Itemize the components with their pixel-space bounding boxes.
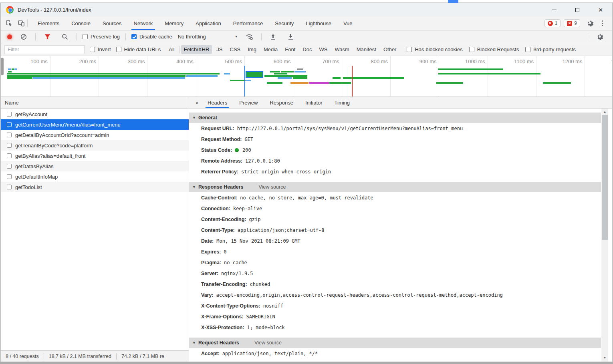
detail-tab-initiator[interactable]: Initiator bbox=[300, 97, 328, 108]
request-row[interactable]: getCurrentUserMenu?menuAlias=front_menu bbox=[1, 119, 189, 130]
header-row: X-Content-Type-Options:nosniff bbox=[189, 300, 601, 311]
filter-type-all[interactable]: All bbox=[166, 45, 177, 54]
close-button[interactable]: × bbox=[589, 3, 612, 16]
console-errors-badge[interactable]: ✕ 1 bbox=[544, 19, 561, 27]
inspect-element-button[interactable] bbox=[3, 16, 15, 30]
overview-grip[interactable] bbox=[1, 58, 4, 75]
request-row[interactable]: getDefaultInfoMap bbox=[1, 171, 189, 182]
divider bbox=[77, 33, 77, 40]
header-value: SAMEORIGIN bbox=[246, 314, 275, 320]
filter-type-font[interactable]: Font bbox=[282, 45, 298, 54]
tab-console[interactable]: Console bbox=[65, 16, 97, 30]
filter-type-ws[interactable]: WS bbox=[316, 45, 330, 54]
waterfall-bar bbox=[270, 71, 280, 72]
detail-tab-preview[interactable]: Preview bbox=[234, 97, 263, 108]
section-header-general[interactable]: ▼General bbox=[189, 113, 601, 123]
header-value: 127.0.0.1:80 bbox=[245, 158, 280, 164]
more-options-button[interactable] bbox=[596, 20, 608, 26]
record-button[interactable] bbox=[7, 34, 12, 39]
filter-type-manifest[interactable]: Manifest bbox=[354, 45, 379, 54]
request-row[interactable]: getDetailByAccountOrId?account=admin bbox=[1, 130, 189, 140]
network-settings-button[interactable] bbox=[594, 30, 606, 43]
section-header-response-headers[interactable]: ▼Response HeadersView source bbox=[189, 182, 601, 192]
tab-security[interactable]: Security bbox=[269, 16, 300, 30]
header-name: Pragma: bbox=[201, 260, 221, 265]
tick-label: 300 ms bbox=[113, 58, 145, 64]
detail-tab-headers[interactable]: Headers bbox=[202, 97, 232, 108]
filter-input[interactable] bbox=[4, 45, 85, 54]
detail-scrollbar[interactable]: ▲ ▼ bbox=[601, 109, 608, 362]
device-toolbar-button[interactable] bbox=[15, 16, 27, 30]
request-row[interactable]: getByAlias?alias=default_front bbox=[1, 151, 189, 161]
filter-blocked-requests-checkbox[interactable]: Blocked Requests bbox=[469, 46, 519, 52]
filter-has-blocked-cookies-checkbox[interactable]: Has blocked cookies bbox=[407, 46, 462, 52]
clear-button[interactable] bbox=[18, 30, 30, 43]
filter-type-img[interactable]: Img bbox=[245, 45, 259, 54]
waterfall-bar bbox=[436, 82, 463, 84]
request-row[interactable]: getDatasByAlias bbox=[1, 161, 189, 171]
invert-checkbox[interactable]: Invert bbox=[90, 46, 111, 52]
settings-button[interactable] bbox=[584, 20, 596, 27]
maximize-button[interactable] bbox=[566, 3, 589, 16]
close-detail-button[interactable]: × bbox=[192, 99, 202, 106]
filter-type-doc[interactable]: Doc bbox=[300, 45, 315, 54]
disable-cache-checkbox[interactable]: Disable cache bbox=[131, 34, 172, 40]
request-row[interactable]: getTodoList bbox=[1, 182, 189, 192]
tab-lighthouse[interactable]: Lighthouse bbox=[300, 16, 337, 30]
detail-tab-timing[interactable]: Timing bbox=[329, 97, 355, 108]
name-column-header[interactable]: Name bbox=[1, 97, 189, 109]
preserve-log-checkbox[interactable]: Preserve log bbox=[83, 34, 120, 40]
issues-badge[interactable]: ✕ 9 bbox=[564, 19, 580, 27]
search-button[interactable] bbox=[59, 30, 71, 43]
hide-data-urls-checkbox[interactable]: Hide data URLs bbox=[116, 46, 161, 52]
domcontentloaded-line bbox=[244, 66, 245, 97]
header-row: Date:Mon, 15 Nov 2021 08:21:09 GMT bbox=[189, 235, 601, 246]
timeline-overview[interactable]: 100 ms200 ms300 ms400 ms500 ms600 ms700 … bbox=[1, 56, 612, 97]
tab-vue[interactable]: Vue bbox=[337, 16, 359, 30]
tab-memory[interactable]: Memory bbox=[159, 16, 190, 30]
view-source-link[interactable]: View source bbox=[254, 340, 282, 346]
header-row: Request URL:http://127.0.0.1/portal/sys/… bbox=[189, 123, 601, 134]
minimize-button[interactable] bbox=[542, 3, 566, 16]
export-har-button[interactable] bbox=[285, 30, 297, 43]
header-row: Connection:keep-alive bbox=[189, 203, 601, 214]
import-har-button[interactable] bbox=[267, 30, 279, 43]
detail-tab-response[interactable]: Response bbox=[264, 97, 298, 108]
request-checkbox[interactable] bbox=[7, 143, 12, 148]
request-checkbox[interactable] bbox=[7, 153, 12, 158]
divider bbox=[27, 20, 28, 27]
filter-type-other[interactable]: Other bbox=[381, 45, 399, 54]
scroll-down-arrow-icon[interactable]: ▼ bbox=[601, 355, 608, 361]
devtools-window: DevTools - 127.0.0.1/front/index × bbox=[0, 3, 613, 362]
request-checkbox[interactable] bbox=[7, 185, 12, 189]
request-checkbox[interactable] bbox=[7, 174, 12, 179]
scrollbar-thumb[interactable] bbox=[602, 115, 608, 240]
has-blocked-cookies-label: Has blocked cookies bbox=[415, 46, 462, 52]
network-conditions-button[interactable] bbox=[244, 30, 256, 43]
request-checkbox[interactable] bbox=[7, 133, 12, 137]
tab-network[interactable]: Network bbox=[128, 16, 159, 30]
filter-toggle-button[interactable] bbox=[41, 30, 53, 43]
waterfall-bar bbox=[14, 68, 17, 70]
filter-type-css[interactable]: CSS bbox=[227, 45, 244, 54]
view-source-link[interactable]: View source bbox=[258, 184, 286, 190]
request-checkbox[interactable] bbox=[7, 112, 12, 117]
filter-type-fetch-xhr[interactable]: Fetch/XHR bbox=[181, 45, 212, 54]
request-row[interactable]: getByAccount bbox=[1, 109, 189, 119]
tab-application[interactable]: Application bbox=[190, 16, 227, 30]
scroll-up-arrow-icon[interactable]: ▲ bbox=[601, 109, 608, 115]
throttling-select[interactable]: No throttling ▼ bbox=[178, 34, 238, 40]
tab-performance[interactable]: Performance bbox=[227, 16, 269, 30]
filter-type-wasm[interactable]: Wasm bbox=[332, 45, 352, 54]
tab-elements[interactable]: Elements bbox=[32, 16, 65, 30]
selected-request-bar[interactable] bbox=[246, 71, 264, 78]
tab-sources[interactable]: Sources bbox=[97, 16, 128, 30]
filter-type-media[interactable]: Media bbox=[261, 45, 280, 54]
filter-type-js[interactable]: JS bbox=[214, 45, 225, 54]
section-header-request-headers[interactable]: ▼Request HeadersView source bbox=[189, 338, 601, 348]
request-row[interactable]: getTenantByCode?code=platform bbox=[1, 140, 189, 151]
request-checkbox[interactable] bbox=[7, 122, 12, 127]
header-row: Content-Encoding:gzip bbox=[189, 214, 601, 225]
filter-3rd-party-requests-checkbox[interactable]: 3rd-party requests bbox=[525, 46, 576, 52]
request-checkbox[interactable] bbox=[7, 164, 12, 169]
